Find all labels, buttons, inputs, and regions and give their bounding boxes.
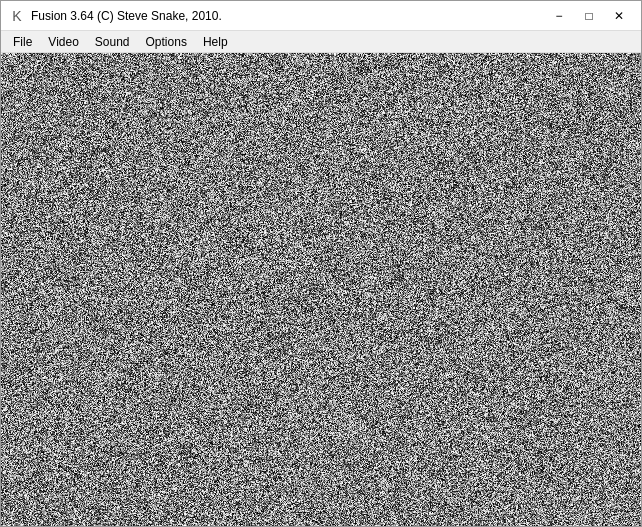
menu-sound[interactable]: Sound [87, 31, 138, 52]
menu-video[interactable]: Video [40, 31, 86, 52]
menu-bar: File Video Sound Options Help [1, 31, 641, 53]
title-bar-left: K Fusion 3.64 (C) Steve Snake, 2010. [9, 8, 222, 24]
window-controls: − □ ✕ [545, 6, 633, 26]
window-title: Fusion 3.64 (C) Steve Snake, 2010. [31, 9, 222, 23]
title-bar: K Fusion 3.64 (C) Steve Snake, 2010. − □… [1, 1, 641, 31]
video-content [1, 53, 641, 526]
menu-help[interactable]: Help [195, 31, 236, 52]
close-button[interactable]: ✕ [605, 6, 633, 26]
app-window: K Fusion 3.64 (C) Steve Snake, 2010. − □… [0, 0, 642, 527]
maximize-button[interactable]: □ [575, 6, 603, 26]
app-icon: K [9, 8, 25, 24]
minimize-button[interactable]: − [545, 6, 573, 26]
menu-file[interactable]: File [5, 31, 40, 52]
noise-display [1, 53, 641, 526]
menu-options[interactable]: Options [138, 31, 195, 52]
